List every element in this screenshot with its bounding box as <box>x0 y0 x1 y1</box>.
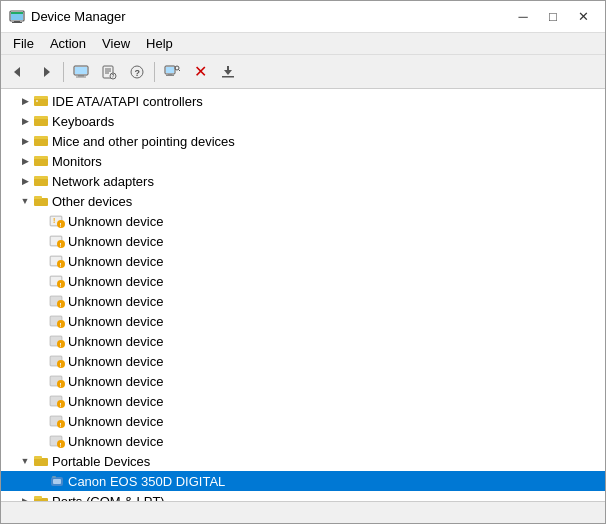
toolbar-sep2 <box>154 62 155 82</box>
tree-item-monitors[interactable]: ▶ Monitors <box>1 151 605 171</box>
svg-text:?: ? <box>112 73 115 79</box>
svg-rect-8 <box>75 67 87 74</box>
tree-item-unk2[interactable]: ! Unknown device <box>1 231 605 251</box>
label-unk1: Unknown device <box>68 214 163 229</box>
svg-text:?: ? <box>135 68 141 78</box>
computer-button[interactable] <box>68 59 94 85</box>
icon-unk4: ! <box>49 273 65 289</box>
tree-item-portable[interactable]: ▼ Portable Devices <box>1 451 605 471</box>
tree-item-mice[interactable]: ▶ Mice and other pointing devices <box>1 131 605 151</box>
expander-keyboards[interactable]: ▶ <box>17 113 33 129</box>
tree-item-unk6[interactable]: ! Unknown device <box>1 311 605 331</box>
icon-unk2: ! <box>49 233 65 249</box>
expander-portable[interactable]: ▼ <box>17 453 33 469</box>
tree-item-other[interactable]: ▼ Other devices <box>1 191 605 211</box>
icon-unk1: ! ! <box>49 213 65 229</box>
scan-button[interactable] <box>159 59 185 85</box>
icon-ide <box>33 93 49 109</box>
svg-rect-22 <box>166 75 174 76</box>
scan-icon <box>164 64 180 80</box>
icon-keyboards <box>33 113 49 129</box>
tree-item-unk9[interactable]: ! Unknown device <box>1 371 605 391</box>
tree-panel[interactable]: ▶ IDE ATA/ATAPI controllers ▶ <box>1 89 605 501</box>
svg-rect-32 <box>34 116 48 119</box>
label-unk11: Unknown device <box>68 414 163 429</box>
expander-ide[interactable]: ▶ <box>17 93 33 109</box>
icon-network <box>33 173 49 189</box>
svg-rect-83 <box>34 456 42 459</box>
tree-item-unk11[interactable]: ! Unknown device <box>1 411 605 431</box>
label-unk3: Unknown device <box>68 254 163 269</box>
icon-unk9: ! <box>49 373 65 389</box>
expander-other[interactable]: ▼ <box>17 193 33 209</box>
expander-unk12 <box>33 433 49 449</box>
svg-text:!: ! <box>60 422 62 428</box>
expander-unk9 <box>33 373 49 389</box>
tree-item-ide[interactable]: ▶ IDE ATA/ATAPI controllers <box>1 91 605 111</box>
download-button[interactable] <box>215 59 241 85</box>
update-button[interactable]: ✕ <box>187 59 213 85</box>
svg-text:!: ! <box>60 302 62 308</box>
properties-icon: ? <box>101 64 117 80</box>
expander-unk4 <box>33 273 49 289</box>
label-unk6: Unknown device <box>68 314 163 329</box>
tree-item-unk8[interactable]: ! Unknown device <box>1 351 605 371</box>
menu-action[interactable]: Action <box>42 34 94 53</box>
svg-text:!: ! <box>60 362 62 368</box>
icon-unk12: ! <box>49 433 65 449</box>
expander-monitors[interactable]: ▶ <box>17 153 33 169</box>
menu-view[interactable]: View <box>94 34 138 53</box>
menu-file[interactable]: File <box>5 34 42 53</box>
label-unk5: Unknown device <box>68 294 163 309</box>
tree-item-unk3[interactable]: ! Unknown device <box>1 251 605 271</box>
tree-item-unk10[interactable]: ! Unknown device <box>1 391 605 411</box>
label-unk10: Unknown device <box>68 394 163 409</box>
label-monitors: Monitors <box>52 154 102 169</box>
back-button[interactable] <box>5 59 31 85</box>
menu-help[interactable]: Help <box>138 34 181 53</box>
svg-rect-88 <box>34 496 42 499</box>
svg-rect-4 <box>11 12 23 14</box>
expander-unk2 <box>33 233 49 249</box>
tree-item-network[interactable]: ▶ Network adapters <box>1 171 605 191</box>
properties-button[interactable]: ? <box>96 59 122 85</box>
tree-item-ports[interactable]: ▶ Ports (COM & LPT) <box>1 491 605 501</box>
svg-rect-85 <box>53 479 61 484</box>
minimize-button[interactable]: ─ <box>509 6 537 28</box>
tree-item-unk1[interactable]: ! ! Unknown device <box>1 211 605 231</box>
tree-item-unk5[interactable]: ! Unknown device <box>1 291 605 311</box>
help-icon: ? <box>129 64 145 80</box>
forward-button[interactable] <box>33 59 59 85</box>
maximize-button[interactable]: □ <box>539 6 567 28</box>
svg-rect-21 <box>168 74 172 75</box>
expander-network[interactable]: ▶ <box>17 173 33 189</box>
svg-text:!: ! <box>60 282 62 288</box>
icon-unk5: ! <box>49 293 65 309</box>
tree-item-unk12[interactable]: ! Unknown device <box>1 431 605 451</box>
svg-rect-30 <box>36 100 38 102</box>
expander-unk6 <box>33 313 49 329</box>
icon-unk8: ! <box>49 353 65 369</box>
svg-point-23 <box>175 66 179 70</box>
svg-rect-20 <box>166 67 174 73</box>
tree-item-unk7[interactable]: ! Unknown device <box>1 331 605 351</box>
computer-icon <box>73 64 89 80</box>
expander-ports[interactable]: ▶ <box>17 493 33 501</box>
help-button[interactable]: ? <box>124 59 150 85</box>
icon-unk3: ! <box>49 253 65 269</box>
svg-text:!: ! <box>60 262 62 268</box>
svg-text:!: ! <box>60 242 62 248</box>
svg-rect-33 <box>34 138 48 146</box>
tree-item-canon[interactable]: Canon EOS 350D DIGITAL <box>1 471 605 491</box>
label-other: Other devices <box>52 194 132 209</box>
tree-item-unk4[interactable]: ! Unknown device <box>1 271 605 291</box>
close-button[interactable]: ✕ <box>569 6 597 28</box>
status-bar <box>1 501 605 523</box>
title-controls: ─ □ ✕ <box>509 6 597 28</box>
expander-mice[interactable]: ▶ <box>17 133 33 149</box>
label-canon: Canon EOS 350D DIGITAL <box>68 474 225 489</box>
window-title: Device Manager <box>31 9 126 24</box>
tree-item-keyboards[interactable]: ▶ Keyboards <box>1 111 605 131</box>
icon-unk11: ! <box>49 413 65 429</box>
icon-other <box>33 193 49 209</box>
